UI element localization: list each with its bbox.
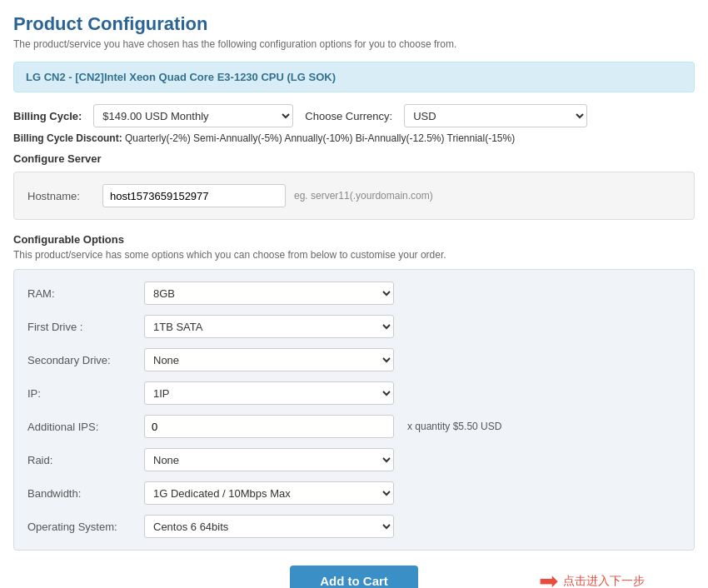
option-label-ram: RAM: [27, 287, 136, 300]
discount-line: Billing Cycle Discount: Quarterly(-2%) S… [13, 132, 695, 144]
option-row-ram: RAM: 8GB16GB32GB64GB [27, 282, 681, 305]
option-row-ip: IP: 1IP2IP4IP [27, 381, 681, 405]
hostname-label: Hostname: [27, 190, 94, 202]
option-label-os: Operating System: [27, 521, 136, 533]
options-box: RAM: 8GB16GB32GB64GB First Drive : 1TB S… [13, 269, 695, 551]
billing-cycle-select[interactable]: $149.00 USD Monthly $438.00 USD Quarterl… [93, 104, 293, 127]
billing-cycle-row: Billing Cycle: $149.00 USD Monthly $438.… [13, 104, 695, 127]
option-select-first-drive[interactable]: 1TB SATA2TB SATA500GB SSDNone [144, 315, 394, 338]
bottom-section: Add to Cart ➡ 点击进入下一步 [13, 566, 695, 588]
option-select-ram[interactable]: 8GB16GB32GB64GB [144, 282, 394, 305]
option-label-ip: IP: [27, 387, 136, 400]
discount-text: Quarterly(-2%) Semi-Annually(-5%) Annual… [125, 132, 515, 144]
annotation-text: 点击进入下一步 [563, 574, 645, 589]
option-row-raid: Raid: NoneRAID 1RAID 5 [27, 448, 681, 471]
discount-label: Billing Cycle Discount: [13, 132, 122, 144]
option-input-additional-ips[interactable] [144, 415, 394, 438]
option-label-additional-ips: Additional IPS: [27, 421, 136, 433]
hostname-hint: eg. server11(.yourdomain.com) [294, 190, 433, 202]
hostname-row: Hostname: eg. server11(.yourdomain.com) [27, 184, 681, 207]
page-subtitle: The product/service you have chosen has … [13, 38, 695, 50]
option-label-raid: Raid: [27, 454, 136, 466]
configure-server-label: Configure Server [13, 152, 695, 165]
add-to-cart-button[interactable]: Add to Cart [290, 566, 418, 588]
option-row-additional-ips: Additional IPS: x quantity $5.50 USD [27, 415, 681, 438]
qty-note: x quantity $5.50 USD [407, 421, 501, 432]
option-label-secondary-drive: Secondary Drive: [27, 354, 136, 366]
option-select-os[interactable]: Centos 6 64bits Centos 7 64bits Ubuntu 1… [144, 515, 394, 538]
option-label-bandwidth: Bandwidth: [27, 487, 136, 500]
billing-cycle-label: Billing Cycle: [13, 110, 82, 122]
product-title-text: LG CN2 - [CN2]Intel Xeon Quad Core E3-12… [26, 71, 336, 83]
configurable-options-subtitle: This product/service has some options wh… [13, 249, 695, 261]
option-select-raid[interactable]: NoneRAID 1RAID 5 [144, 448, 394, 471]
product-title-bar: LG CN2 - [CN2]Intel Xeon Quad Core E3-12… [13, 62, 695, 92]
option-row-os: Operating System: Centos 6 64bits Centos… [27, 515, 681, 538]
arrow-icon: ➡ [539, 567, 558, 588]
configurable-options-label: Configurable Options [13, 233, 695, 246]
configure-server-box: Hostname: eg. server11(.yourdomain.com) [13, 172, 695, 220]
option-row-bandwidth: Bandwidth: 1G Dedicated / 10Mbps Max 1G … [27, 481, 681, 505]
currency-label: Choose Currency: [305, 110, 392, 122]
hostname-input[interactable] [102, 184, 286, 207]
option-select-ip[interactable]: 1IP2IP4IP [144, 381, 394, 405]
option-select-bandwidth[interactable]: 1G Dedicated / 10Mbps Max 1G Dedicated /… [144, 481, 394, 505]
page-title: Product Configuration [13, 13, 695, 35]
option-row-first-drive: First Drive : 1TB SATA2TB SATA500GB SSDN… [27, 315, 681, 338]
annotation: ➡ 点击进入下一步 [539, 567, 645, 588]
option-row-secondary-drive: Secondary Drive: None1TB SATA2TB SATA500… [27, 348, 681, 371]
option-label-first-drive: First Drive : [27, 321, 136, 333]
option-select-secondary-drive[interactable]: None1TB SATA2TB SATA500GB SSD [144, 348, 394, 371]
currency-select[interactable]: USD EUR GBP [404, 104, 587, 127]
